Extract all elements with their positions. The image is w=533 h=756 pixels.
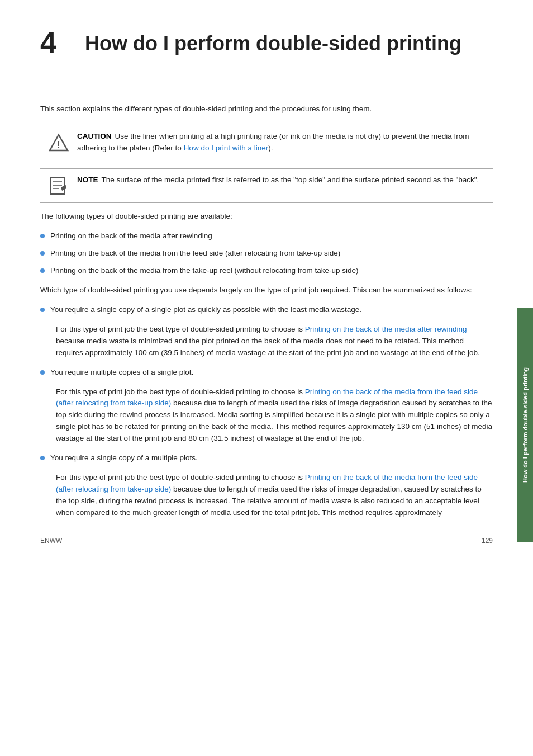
- use-case-1-sub-end: because media waste is minimized and the…: [56, 337, 480, 357]
- list-item: Printing on the back of the media after …: [40, 230, 493, 242]
- use-cases-list-2: You require multiple copies of a single …: [40, 367, 493, 379]
- side-tab-text: How do I perform double-sided printing: [521, 367, 529, 483]
- use-cases-list: You require a single copy of a single pl…: [40, 304, 493, 316]
- use-case-3-bullet: You require a single copy of a multiple …: [50, 452, 198, 464]
- use-case-2-sub: For this type of print job the best type…: [40, 386, 493, 445]
- page: 4 How do I perform double-sided printing…: [0, 0, 533, 560]
- use-case-3-sub-text: For this type of print job the best type…: [56, 473, 305, 481]
- bullet-type-2: Printing on the back of the media from t…: [50, 248, 340, 259]
- side-tab: How do I perform double-sided printing: [517, 308, 533, 542]
- use-case-1-bullet: You require a single copy of a single pl…: [50, 304, 361, 316]
- note-text: The surface of the media printed first i…: [102, 176, 479, 184]
- list-item: You require a single copy of a single pl…: [40, 304, 493, 316]
- caution-box: ! CAUTIONUse the liner when printing at …: [40, 125, 493, 160]
- use-case-1-sub-text: For this type of print job the best type…: [56, 325, 305, 333]
- bullet-dot: [40, 308, 45, 312]
- use-case-2-bullet: You require multiple copies of a single …: [50, 367, 193, 379]
- caution-link[interactable]: How do I print with a liner: [184, 144, 269, 152]
- bullet-dot: [40, 370, 45, 375]
- use-case-1-sub: For this type of print job the best type…: [40, 324, 493, 359]
- chapter-title: How do I perform double-sided printing: [85, 27, 461, 55]
- list-item: You require a single copy of a multiple …: [40, 452, 493, 464]
- note-content: NOTEThe surface of the media printed fir…: [77, 174, 485, 186]
- note-document-icon: [49, 176, 69, 196]
- bullet-dot: [40, 268, 45, 273]
- caution-label: CAUTION: [77, 132, 112, 140]
- footer-left: ENWW: [40, 537, 62, 545]
- caution-content: CAUTIONUse the liner when printing at a …: [77, 131, 485, 154]
- bullet-type-3: Printing on the back of the media from t…: [50, 265, 359, 277]
- footer: ENWW 129: [0, 537, 533, 545]
- caution-text-before: Use the liner when printing at a high pr…: [77, 132, 469, 152]
- chapter-header: 4 How do I perform double-sided printing: [40, 27, 493, 59]
- use-case-2-sub-text: For this type of print job the best type…: [56, 388, 305, 396]
- triangle-warning-icon: !: [49, 133, 69, 153]
- caution-text-end: ).: [268, 144, 273, 152]
- intro-paragraph: This section explains the different type…: [40, 103, 493, 115]
- types-intro: The following types of double-sided prin…: [40, 211, 493, 223]
- bullet-type-1: Printing on the back of the media after …: [50, 230, 212, 242]
- use-case-1-link[interactable]: Printing on the back of the media after …: [305, 325, 467, 333]
- svg-rect-2: [51, 177, 64, 194]
- note-label: NOTE: [77, 176, 98, 184]
- bullet-dot: [40, 456, 45, 460]
- note-box: NOTEThe surface of the media printed fir…: [40, 168, 493, 203]
- chapter-number: 4: [40, 27, 85, 59]
- list-item: Printing on the back of the media from t…: [40, 265, 493, 277]
- bullet-dot: [40, 234, 45, 238]
- caution-icon: !: [48, 132, 69, 153]
- depends-text: Which type of double-sided printing you …: [40, 285, 493, 296]
- footer-right: 129: [482, 537, 493, 545]
- bullet-types-list: Printing on the back of the media after …: [40, 230, 493, 277]
- note-icon: [48, 176, 69, 197]
- bullet-dot: [40, 251, 45, 256]
- svg-text:!: !: [57, 140, 60, 150]
- list-item: Printing on the back of the media from t…: [40, 248, 493, 259]
- use-case-3-sub: For this type of print job the best type…: [40, 472, 493, 519]
- list-item: You require multiple copies of a single …: [40, 367, 493, 379]
- use-cases-list-3: You require a single copy of a multiple …: [40, 452, 493, 464]
